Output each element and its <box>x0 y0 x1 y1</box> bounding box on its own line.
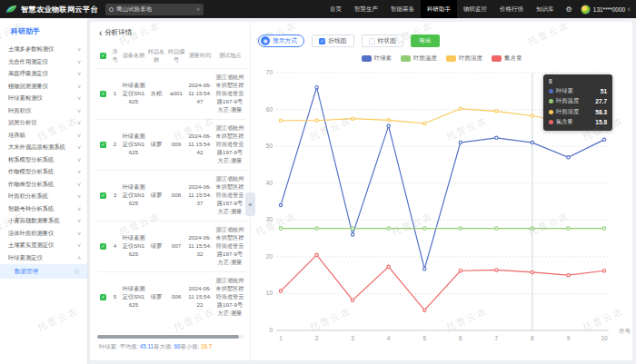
sidebar-subitem-data-management[interactable]: 数据管理☆ <box>0 264 87 279</box>
collapse-panel-button[interactable]: « <box>245 192 255 216</box>
tooltip-rows: 叶绿素51叶面温度27.7叶面湿度58.3氮含量15.8 <box>549 87 607 127</box>
sidebar-item[interactable]: 叶面积仪˅ <box>0 105 87 118</box>
sidebar-item[interactable]: 冠层分析仪˅ <box>0 117 87 130</box>
tooltip-series-value: 58.3 <box>595 109 607 115</box>
sidebar-item-label: 叶绿素检测仪 <box>8 94 43 103</box>
sidebar-item-label: 大米外观品质检测系统 <box>8 143 65 152</box>
svg-text:1: 1 <box>279 335 283 341</box>
chevron-up-icon: ˄ <box>77 255 81 261</box>
avatar[interactable] <box>581 5 591 15</box>
summary-max-label: 最大值: <box>154 343 173 349</box>
svg-text:10: 10 <box>601 335 608 341</box>
sample-code: 007 <box>166 221 186 271</box>
nav-item-首页[interactable]: 首页 <box>323 0 348 18</box>
sidebar-item[interactable]: 培养箱˅ <box>0 130 87 143</box>
sidebar-item-label: 作物株型分析系统 <box>8 181 54 189</box>
sidebar-item[interactable]: 作物模型分析系统˅ <box>0 166 87 179</box>
row-checkbox[interactable]: ✓ <box>100 142 106 148</box>
favorite-star-icon[interactable]: ☆ <box>74 268 80 276</box>
row-checkbox[interactable]: ✓ <box>100 91 106 97</box>
tooltip-series-dot <box>549 110 553 114</box>
select-all-checkbox[interactable]: ✓ <box>100 53 106 59</box>
legend-item-叶面温度[interactable]: 叶面温度 <box>401 54 437 63</box>
sidebar-item[interactable]: 根系模型分析系统˅ <box>0 154 87 167</box>
sidebar-item[interactable]: 叶绿素检测仪˅ <box>0 93 87 105</box>
line-chart-label: 折线图 <box>328 36 346 45</box>
svg-text:4: 4 <box>387 335 391 341</box>
sidebar-item[interactable]: 土壤紧实度测定仪˅ <box>0 240 87 252</box>
legend-item-叶面湿度[interactable]: 叶面湿度 <box>446 54 482 63</box>
svg-text:3: 3 <box>351 335 354 341</box>
legend-swatch <box>446 55 456 62</box>
sidebar-item[interactable]: 叶绿素测定仪˄ <box>0 252 87 265</box>
legend-swatch <box>362 55 372 62</box>
scrollbar-thumb[interactable] <box>97 335 239 339</box>
results-table-wrap: ✓序号设备名称样品名称样品编号测量时间测试地点 ✓1叶绿素测定仪SN1625水稻… <box>97 44 249 332</box>
measure-time: 2024-06-11 15:54:47 <box>186 68 214 119</box>
tooltip-series-name: 叶面温度 <box>556 97 579 105</box>
sample-name: 绿萝 <box>146 221 166 271</box>
nav-item-科研助手[interactable]: 科研助手 <box>421 0 457 18</box>
site-selector-value: 鹰山试验基地 <box>116 5 152 14</box>
gear-icon[interactable]: ⚙ <box>561 5 578 14</box>
summary-min-label: 最小值: <box>180 343 199 349</box>
bar-chart-option[interactable]: 柱状图 <box>362 34 403 47</box>
table-row: ✓5叶绿素测定仪SN1625绿萝0062024-06-11 15:54:22浙江… <box>97 271 246 321</box>
table-row: ✓4叶绿素测定仪SN1625绿萝0072024-06-11 15:54:32浙江… <box>97 221 246 271</box>
summary-min-value: 16.7 <box>201 343 212 349</box>
row-checkbox[interactable]: ✓ <box>100 192 106 199</box>
device-name: 叶绿素测定仪SN1625 <box>121 119 146 170</box>
sidebar-item[interactable]: 叶面积分析系统˅ <box>0 191 87 203</box>
sidebar-item[interactable]: 大米外观品质检测系统˅ <box>0 142 87 154</box>
sidebar-item-label: 叶面积仪 <box>8 107 31 115</box>
sidebar-item-label: 叶面积分析系统 <box>8 192 48 201</box>
tooltip-row: 叶绿素51 <box>549 87 607 95</box>
nav-item-物联监控[interactable]: 物联监控 <box>457 0 493 18</box>
sidebar-item[interactable]: 小麦亩穗数测量系统˅ <box>0 215 87 228</box>
line-chart-option[interactable]: ✓ 折线图 <box>312 34 353 47</box>
topbar: 智慧农业物联网云平台 鹰山试验基地 ˅ 首页智慧生产智能装备科研助手物联监控价格… <box>0 0 636 18</box>
nav-item-价格行情[interactable]: 价格行情 <box>493 0 530 18</box>
nav-item-知识库[interactable]: 知识库 <box>530 0 561 18</box>
sidebar-item[interactable]: 活体叶面积测量仪˅ <box>0 228 87 241</box>
row-checkbox[interactable]: ✓ <box>100 294 106 300</box>
tooltip-series-name: 叶绿素 <box>556 87 573 95</box>
row-no: 1 <box>109 68 121 119</box>
chevron-down-icon: ˅ <box>77 59 81 65</box>
sidebar-item-label: 果蔬呼吸测定仪 <box>8 70 48 78</box>
chevron-down-icon: ˅ <box>77 108 81 114</box>
back-icon[interactable]: ‹ <box>99 30 102 36</box>
username[interactable]: 131****0000 <box>593 6 625 13</box>
sample-name: 绿萝 <box>146 271 166 321</box>
chart-controls: ◉ 显示方式 ✓ 折线图 柱状图 导出 <box>258 34 440 47</box>
breadcrumb: ‹ 分析详情 <box>99 28 132 37</box>
bar-chart-checkbox[interactable] <box>369 38 375 44</box>
sample-code: a001 <box>166 68 186 119</box>
topbar-nav: 首页智慧生产智能装备科研助手物联监控价格行情知识库 <box>323 0 561 18</box>
nav-item-智慧生产[interactable]: 智慧生产 <box>348 0 384 18</box>
page-title: 分析详情 <box>104 28 132 37</box>
line-chart-checkbox[interactable]: ✓ <box>319 38 325 44</box>
sidebar-item[interactable]: 土壤多参数检测仪˅ <box>0 44 87 56</box>
nav-item-智能装备[interactable]: 智能装备 <box>384 0 421 18</box>
sidebar-item[interactable]: 植物冠层测量仪˅ <box>0 81 87 93</box>
sidebar-item[interactable]: 果蔬呼吸测定仪˅ <box>0 68 87 81</box>
legend-item-叶绿素[interactable]: 叶绿素 <box>362 54 393 63</box>
device-name: 叶绿素测定仪SN1625 <box>121 68 146 119</box>
display-mode-button[interactable]: ◉ 显示方式 <box>258 34 304 47</box>
sidebar-item-label: 土壤多参数检测仪 <box>8 45 54 54</box>
row-checkbox[interactable]: ✓ <box>100 243 106 250</box>
tooltip-series-dot <box>549 120 553 124</box>
row-checkbox-cell: ✓ <box>97 68 109 119</box>
site-selector-dropdown[interactable]: 鹰山试验基地 ˅ <box>105 4 204 15</box>
sidebar-item[interactable]: 光合作用测定仪˅ <box>0 56 87 69</box>
sidebar-item[interactable]: 智能考种分析系统˅ <box>0 203 87 216</box>
svg-text:10: 10 <box>266 290 273 296</box>
export-button[interactable]: 导出 <box>411 34 440 47</box>
legend-swatch <box>401 55 411 62</box>
horizontal-scrollbar <box>97 335 244 339</box>
legend-item-氮含量[interactable]: 氮含量 <box>492 54 522 63</box>
sidebar-item-label: 小麦亩穗数测量系统 <box>8 217 60 225</box>
sidebar-item[interactable]: 作物株型分析系统˅ <box>0 179 87 192</box>
row-no: 5 <box>109 271 121 321</box>
